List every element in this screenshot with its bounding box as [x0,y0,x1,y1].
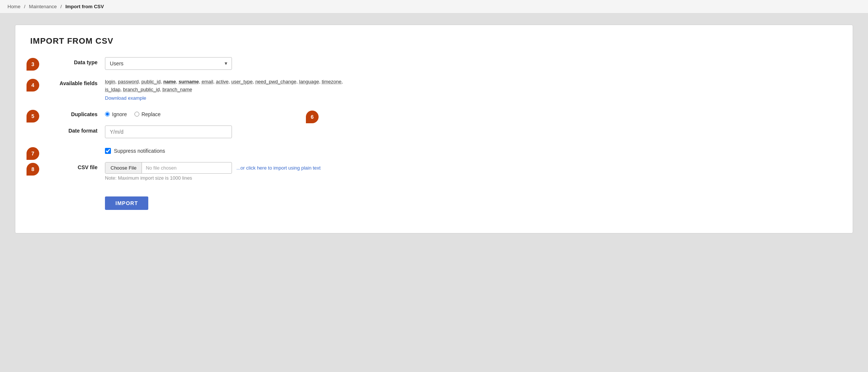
suppress-label-col: 7 [30,146,105,149]
suppress-checkbox[interactable] [105,148,111,154]
field-public-id: public_id [142,79,161,84]
field-email: email [202,79,213,84]
step-badge-8: 8 [27,163,39,176]
suppress-checkbox-row: Suppress notifications [105,146,344,154]
duplicates-label-col: 5 Duplicates [30,109,105,117]
csv-file-row: 8 CSV file Choose File No file chosen ..… [30,162,838,181]
date-format-input-col: 6 [105,125,344,138]
field-surname: surname [179,79,199,84]
field-language: language [299,79,319,84]
field-name: name [163,79,176,84]
breadcrumb-sep-2: / [61,4,62,9]
date-format-input[interactable] [105,125,232,138]
import-button-row: IMPORT [105,189,838,210]
date-format-row: Date format 6 [30,125,838,138]
csv-file-label-col: 8 CSV file [30,162,105,170]
data-type-select-wrapper: Users Branches Groups ▼ [105,57,232,70]
step-badge-3: 3 [27,58,39,71]
duplicates-replace-text: Replace [142,111,161,117]
main-card: IMPORT FROM CSV 3 Data type Users Branch… [15,25,853,233]
field-timezone: timezone [322,79,341,84]
available-fields-text: login, password, public_id, name, surnam… [105,78,344,94]
suppress-label[interactable]: Suppress notifications [114,148,165,154]
import-button[interactable]: IMPORT [105,196,148,210]
import-note: Note: Maximum import size is 1000 lines [105,175,344,181]
csv-file-label: CSV file [78,164,97,170]
available-fields-label: Available fields [60,80,97,86]
plain-text-import-link[interactable]: ...or click here to import using plain t… [236,165,320,171]
breadcrumb-maintenance[interactable]: Maintenance [29,4,57,9]
data-type-row: 3 Data type Users Branches Groups ▼ [30,57,838,70]
field-login: login [105,79,115,84]
data-type-input-col: Users Branches Groups ▼ [105,57,344,70]
breadcrumb-sep-1: / [24,4,25,9]
field-is-ldap: is_ldap [105,87,120,92]
available-fields-row: 4 Available fields login, password, publ… [30,78,838,101]
step-badge-7: 7 [27,147,39,160]
duplicates-replace-label[interactable]: Replace [134,111,161,117]
step-badge-6: 6 [306,111,319,123]
file-input-box: Choose File No file chosen [105,162,232,174]
step-badge-4: 4 [27,79,39,92]
file-name-display: No file chosen [142,162,232,173]
field-need-pwd-change: need_pwd_change [255,79,297,84]
field-branch-public-id: branch_public_id [123,87,159,92]
step-badge-5: 5 [27,110,39,123]
download-example-link[interactable]: Download example [105,95,344,101]
breadcrumb: Home / Maintenance / Import from CSV [0,0,868,13]
choose-file-button[interactable]: Choose File [105,162,142,173]
field-user-type: user_type [231,79,252,84]
field-branch-name: branch_name [162,87,192,92]
data-type-label: Data type [74,59,97,65]
data-type-select[interactable]: Users Branches Groups [105,57,232,70]
csv-file-input-col: Choose File No file chosen ...or click h… [105,162,344,181]
date-format-label-col: Date format [30,125,105,134]
suppress-input-col: Suppress notifications [105,146,344,154]
file-input-wrapper: Choose File No file chosen ...or click h… [105,162,344,174]
duplicates-label: Duplicates [71,111,97,117]
duplicates-replace-radio[interactable] [134,112,139,117]
duplicates-ignore-radio[interactable] [105,112,110,117]
duplicates-row: 5 Duplicates Ignore Replace [30,109,838,117]
field-active: active [216,79,229,84]
duplicates-ignore-text: Ignore [112,111,127,117]
suppress-row: 7 Suppress notifications [30,146,838,154]
data-type-label-col: 3 Data type [30,57,105,65]
breadcrumb-home[interactable]: Home [7,4,21,9]
page-title: IMPORT FROM CSV [30,36,838,46]
breadcrumb-current: Import from CSV [65,4,104,9]
import-form: 3 Data type Users Branches Groups ▼ [30,57,838,218]
duplicates-ignore-label[interactable]: Ignore [105,111,127,117]
field-password: password [118,79,139,84]
date-format-label: Date format [68,128,97,134]
available-fields-input-col: login, password, public_id, name, surnam… [105,78,344,101]
available-fields-label-col: 4 Available fields [30,78,105,86]
page-wrapper: IMPORT FROM CSV 3 Data type Users Branch… [0,13,868,245]
